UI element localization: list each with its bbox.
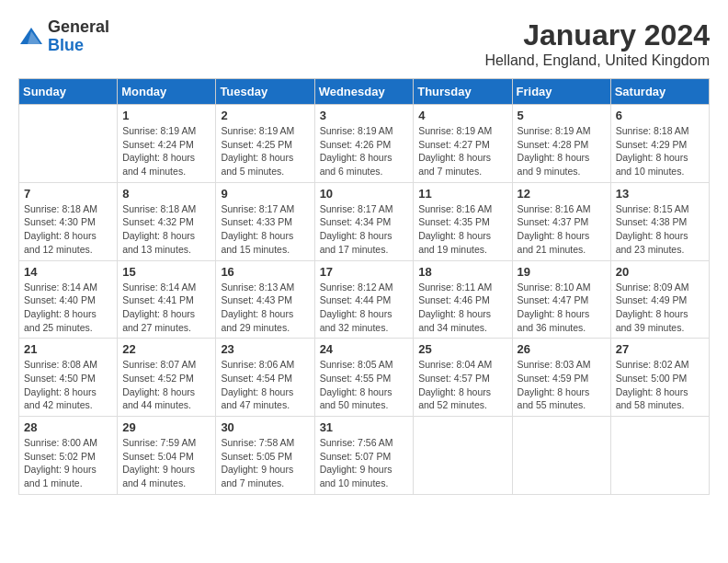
day-number: 24 — [320, 342, 409, 356]
day-number: 26 — [518, 342, 606, 356]
day-info: Sunrise: 8:17 AM Sunset: 4:34 PM Dayligh… — [320, 202, 409, 257]
day-number: 29 — [122, 420, 210, 434]
logo-general: General — [48, 17, 109, 36]
location: Helland, England, United Kingdom — [484, 52, 710, 69]
week-row-1: 1Sunrise: 8:19 AM Sunset: 4:24 PM Daylig… — [19, 105, 710, 183]
cell-4-3: 31Sunrise: 7:56 AM Sunset: 5:07 PM Dayli… — [314, 417, 414, 495]
day-info: Sunrise: 8:14 AM Sunset: 4:41 PM Dayligh… — [122, 281, 210, 335]
calendar-body: 1Sunrise: 8:19 AM Sunset: 4:24 PM Daylig… — [19, 105, 710, 495]
day-number: 8 — [122, 187, 210, 201]
day-info: Sunrise: 8:07 AM Sunset: 4:52 PM Dayligh… — [122, 358, 210, 412]
cell-0-5: 5Sunrise: 8:19 AM Sunset: 4:28 PM Daylig… — [512, 105, 610, 183]
day-number: 30 — [221, 420, 309, 434]
logo-icon — [18, 24, 44, 50]
header-friday: Friday — [512, 79, 610, 105]
day-number: 13 — [616, 187, 704, 201]
day-info: Sunrise: 8:13 AM Sunset: 4:43 PM Dayligh… — [221, 281, 309, 335]
day-info: Sunrise: 7:58 AM Sunset: 5:05 PM Dayligh… — [221, 436, 309, 490]
day-number: 11 — [418, 187, 506, 201]
header-wednesday: Wednesday — [314, 79, 414, 105]
cell-4-1: 29Sunrise: 7:59 AM Sunset: 5:04 PM Dayli… — [118, 417, 216, 495]
day-info: Sunrise: 8:04 AM Sunset: 4:57 PM Dayligh… — [418, 358, 506, 412]
header-sunday: Sunday — [19, 79, 118, 105]
cell-2-3: 17Sunrise: 8:12 AM Sunset: 4:44 PM Dayli… — [314, 260, 414, 339]
day-number: 21 — [24, 342, 112, 356]
cell-3-4: 25Sunrise: 8:04 AM Sunset: 4:57 PM Dayli… — [414, 339, 512, 417]
cell-2-4: 18Sunrise: 8:11 AM Sunset: 4:46 PM Dayli… — [414, 260, 512, 339]
day-info: Sunrise: 8:17 AM Sunset: 4:33 PM Dayligh… — [221, 202, 309, 257]
day-number: 15 — [122, 265, 210, 279]
day-info: Sunrise: 8:09 AM Sunset: 4:49 PM Dayligh… — [616, 281, 704, 335]
day-number: 3 — [320, 109, 409, 122]
logo-text: General Blue — [48, 18, 109, 55]
day-info: Sunrise: 8:18 AM Sunset: 4:29 PM Dayligh… — [616, 124, 704, 178]
day-number: 17 — [320, 265, 409, 279]
day-number: 14 — [24, 265, 112, 279]
cell-3-3: 24Sunrise: 8:05 AM Sunset: 4:55 PM Dayli… — [314, 339, 414, 417]
day-info: Sunrise: 8:12 AM Sunset: 4:44 PM Dayligh… — [320, 281, 409, 335]
cell-3-6: 27Sunrise: 8:02 AM Sunset: 5:00 PM Dayli… — [610, 339, 709, 417]
cell-0-4: 4Sunrise: 8:19 AM Sunset: 4:27 PM Daylig… — [414, 105, 512, 183]
day-info: Sunrise: 8:19 AM Sunset: 4:27 PM Dayligh… — [418, 124, 506, 178]
day-number: 18 — [418, 265, 506, 279]
day-info: Sunrise: 8:11 AM Sunset: 4:46 PM Dayligh… — [418, 281, 506, 335]
cell-0-3: 3Sunrise: 8:19 AM Sunset: 4:26 PM Daylig… — [314, 105, 414, 183]
week-row-4: 21Sunrise: 8:08 AM Sunset: 4:50 PM Dayli… — [19, 339, 710, 417]
week-row-3: 14Sunrise: 8:14 AM Sunset: 4:40 PM Dayli… — [19, 260, 710, 339]
day-info: Sunrise: 7:59 AM Sunset: 5:04 PM Dayligh… — [122, 436, 210, 490]
day-info: Sunrise: 8:16 AM Sunset: 4:37 PM Dayligh… — [518, 202, 606, 257]
day-number: 2 — [221, 109, 309, 122]
cell-1-2: 9Sunrise: 8:17 AM Sunset: 4:33 PM Daylig… — [216, 182, 314, 260]
day-number: 9 — [221, 187, 309, 201]
day-info: Sunrise: 8:19 AM Sunset: 4:26 PM Dayligh… — [320, 124, 409, 178]
calendar-header: SundayMondayTuesdayWednesdayThursdayFrid… — [19, 79, 710, 105]
day-number: 31 — [320, 420, 409, 434]
day-number: 20 — [616, 265, 704, 279]
header-monday: Monday — [118, 79, 216, 105]
cell-4-4 — [414, 417, 512, 495]
cell-0-0 — [19, 105, 118, 183]
day-number: 6 — [616, 109, 704, 122]
cell-3-0: 21Sunrise: 8:08 AM Sunset: 4:50 PM Dayli… — [19, 339, 118, 417]
header-row: SundayMondayTuesdayWednesdayThursdayFrid… — [19, 79, 710, 105]
day-number: 27 — [616, 342, 704, 356]
day-number: 23 — [221, 342, 309, 356]
header-tuesday: Tuesday — [216, 79, 314, 105]
day-info: Sunrise: 8:18 AM Sunset: 4:32 PM Dayligh… — [122, 202, 210, 257]
day-number: 5 — [518, 109, 606, 122]
cell-1-4: 11Sunrise: 8:16 AM Sunset: 4:35 PM Dayli… — [414, 182, 512, 260]
day-info: Sunrise: 8:16 AM Sunset: 4:35 PM Dayligh… — [418, 202, 506, 257]
cell-4-2: 30Sunrise: 7:58 AM Sunset: 5:05 PM Dayli… — [216, 417, 314, 495]
calendar-table: SundayMondayTuesdayWednesdayThursdayFrid… — [18, 78, 710, 495]
logo: General Blue — [18, 18, 109, 55]
day-info: Sunrise: 8:15 AM Sunset: 4:38 PM Dayligh… — [616, 202, 704, 257]
day-info: Sunrise: 8:10 AM Sunset: 4:47 PM Dayligh… — [518, 281, 606, 335]
cell-4-5 — [512, 417, 610, 495]
day-number: 1 — [122, 109, 210, 122]
day-info: Sunrise: 7:56 AM Sunset: 5:07 PM Dayligh… — [320, 436, 409, 490]
cell-0-1: 1Sunrise: 8:19 AM Sunset: 4:24 PM Daylig… — [118, 105, 216, 183]
day-number: 10 — [320, 187, 409, 201]
day-number: 16 — [221, 265, 309, 279]
day-info: Sunrise: 8:08 AM Sunset: 4:50 PM Dayligh… — [24, 358, 112, 412]
day-info: Sunrise: 8:14 AM Sunset: 4:40 PM Dayligh… — [24, 281, 112, 335]
day-number: 28 — [24, 420, 112, 434]
day-number: 22 — [122, 342, 210, 356]
week-row-2: 7Sunrise: 8:18 AM Sunset: 4:30 PM Daylig… — [19, 182, 710, 260]
cell-1-6: 13Sunrise: 8:15 AM Sunset: 4:38 PM Dayli… — [610, 182, 709, 260]
day-number: 7 — [24, 187, 112, 201]
cell-2-1: 15Sunrise: 8:14 AM Sunset: 4:41 PM Dayli… — [118, 260, 216, 339]
cell-2-6: 20Sunrise: 8:09 AM Sunset: 4:49 PM Dayli… — [610, 260, 709, 339]
cell-1-1: 8Sunrise: 8:18 AM Sunset: 4:32 PM Daylig… — [118, 182, 216, 260]
day-info: Sunrise: 8:19 AM Sunset: 4:25 PM Dayligh… — [221, 124, 309, 178]
cell-2-5: 19Sunrise: 8:10 AM Sunset: 4:47 PM Dayli… — [512, 260, 610, 339]
day-info: Sunrise: 8:03 AM Sunset: 4:59 PM Dayligh… — [518, 358, 606, 412]
page-header: General Blue January 2024 Helland, Engla… — [18, 18, 710, 69]
day-info: Sunrise: 8:02 AM Sunset: 5:00 PM Dayligh… — [616, 358, 704, 412]
day-info: Sunrise: 8:00 AM Sunset: 5:02 PM Dayligh… — [24, 436, 112, 490]
cell-4-6 — [610, 417, 709, 495]
day-number: 4 — [418, 109, 506, 122]
day-number: 12 — [518, 187, 606, 201]
cell-1-0: 7Sunrise: 8:18 AM Sunset: 4:30 PM Daylig… — [19, 182, 118, 260]
cell-2-2: 16Sunrise: 8:13 AM Sunset: 4:43 PM Dayli… — [216, 260, 314, 339]
